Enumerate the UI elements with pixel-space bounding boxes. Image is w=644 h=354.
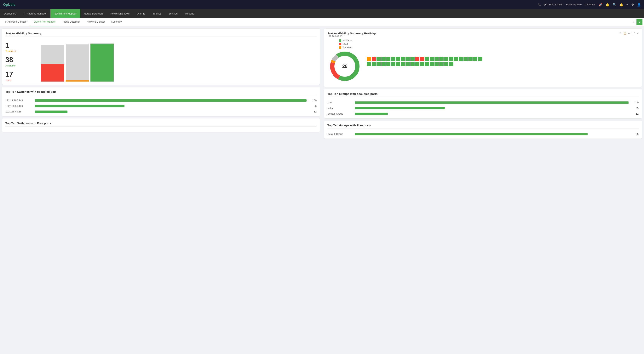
search-icon[interactable]: 🔍 <box>612 3 616 6</box>
cell-2-16[interactable] <box>439 62 444 66</box>
favorite-star[interactable]: ☆ <box>630 20 636 24</box>
edit-icon[interactable]: ✏ <box>628 32 630 35</box>
group-bar-default <box>355 113 388 115</box>
group-free-bar-wrap-default <box>355 133 628 135</box>
cell-2-3[interactable] <box>376 62 381 66</box>
cell-1-1[interactable] <box>367 57 371 61</box>
user-icon[interactable]: 👤 <box>637 3 641 6</box>
switch-bar-wrap-2 <box>35 105 306 107</box>
cell-2-13[interactable] <box>425 62 429 66</box>
cell-1-15[interactable] <box>434 57 439 61</box>
transient-count: 1 <box>6 42 36 49</box>
right-panel: Port Availability Summary HeatMap 192.16… <box>322 26 644 354</box>
cell-1-22[interactable] <box>468 57 472 61</box>
switch-bar-1 <box>35 99 306 102</box>
heatmap-content: Available Used Transient <box>328 39 638 84</box>
cell-1-5[interactable] <box>386 57 390 61</box>
cell-2-12[interactable] <box>420 62 424 66</box>
cell-2-1[interactable] <box>367 62 371 66</box>
subnav-ip-address-manager[interactable]: IP Address Manager <box>2 18 30 26</box>
group-val-default: 12 <box>631 112 638 115</box>
group-row-usa: USA 100 <box>328 101 638 104</box>
cell-1-6[interactable] <box>391 57 395 61</box>
cell-1-10[interactable] <box>410 57 414 61</box>
cell-1-3[interactable] <box>376 57 381 61</box>
subnav-switch-port-mapper[interactable]: Switch Port Mapper <box>30 18 58 26</box>
cell-2-6[interactable] <box>391 62 395 66</box>
bell-icon[interactable]: 🔔 <box>606 3 610 6</box>
refresh-icon[interactable]: ↻ <box>620 32 622 35</box>
legend-dot-transient <box>339 46 341 49</box>
nav-toolset[interactable]: Toolset <box>149 9 165 18</box>
switch-val-3: 12 <box>309 110 316 113</box>
heatmap-grid <box>367 57 638 66</box>
subnav-custom[interactable]: Custom ▾ <box>108 18 125 26</box>
close-icon[interactable]: ✕ <box>636 32 638 35</box>
topbar: OpUtils 📞 (+1) 888 720 9500 Request Demo… <box>0 0 644 9</box>
nav-ip-address-manager[interactable]: IP Address Manager <box>20 9 51 18</box>
cell-1-8[interactable] <box>401 57 405 61</box>
bar-2 <box>66 43 89 82</box>
subnav-rogue-detection[interactable]: Rogue Detection <box>58 18 84 26</box>
alert-icon[interactable]: 🔔 <box>620 3 623 6</box>
cell-2-18[interactable] <box>449 62 453 66</box>
nav-networking-tools[interactable]: Networking Tools <box>106 9 133 18</box>
bars-icon[interactable]: ≡ <box>626 3 628 6</box>
cell-2-15[interactable] <box>434 62 439 66</box>
cell-1-24[interactable] <box>478 57 482 61</box>
cell-1-4[interactable] <box>381 57 386 61</box>
cell-1-7[interactable] <box>396 57 400 61</box>
cell-1-11[interactable] <box>415 57 420 61</box>
group-bar-wrap-india <box>355 107 628 109</box>
heatmap-row-2 <box>367 62 638 66</box>
heatmap-row-1 <box>367 57 638 61</box>
legend-transient: Transient <box>339 46 352 49</box>
cell-1-12[interactable] <box>420 57 424 61</box>
cell-2-10[interactable] <box>410 62 414 66</box>
copy-icon[interactable]: 📋 <box>623 32 626 35</box>
cell-2-17[interactable] <box>444 62 448 66</box>
cell-1-20[interactable] <box>459 57 463 61</box>
cell-2-14[interactable] <box>430 62 434 66</box>
phone-number: (+1) 888 720 9500 <box>544 3 563 6</box>
cell-1-18[interactable] <box>449 57 453 61</box>
cell-2-4[interactable] <box>381 62 386 66</box>
switch-bar-2 <box>35 105 124 107</box>
bar-1 <box>41 43 64 82</box>
heatmap-subtitle: 192.168.49.18 <box>328 35 376 38</box>
cell-2-7[interactable] <box>396 62 400 66</box>
cell-1-13[interactable] <box>425 57 429 61</box>
cell-2-5[interactable] <box>386 62 390 66</box>
nav-reports[interactable]: Reports <box>182 9 198 18</box>
nav-switch-port-mapper[interactable]: Switch Port Mapper <box>50 9 80 18</box>
nav-dashboard[interactable]: Dashboard <box>0 9 20 18</box>
cell-1-16[interactable] <box>439 57 444 61</box>
cell-2-8[interactable] <box>401 62 405 66</box>
nav-alarms[interactable]: Alarms <box>133 9 149 18</box>
legend-label-available: Available <box>342 39 352 42</box>
get-quote-link[interactable]: Get Quote <box>585 3 595 6</box>
expand-icon[interactable]: ⛶ <box>632 32 635 35</box>
menu-icon[interactable]: ≡ <box>636 19 642 25</box>
cell-1-17[interactable] <box>444 57 448 61</box>
subnav-network-monitor[interactable]: Network Monitor <box>84 18 108 26</box>
settings-icon[interactable]: ⚙ <box>631 3 634 6</box>
chevron-down-icon: ▾ <box>120 20 122 23</box>
cell-1-14[interactable] <box>430 57 434 61</box>
group-free-row-default: Default Group 85 <box>328 132 638 136</box>
nav-rogue-detection[interactable]: Rogue Detection <box>80 9 107 18</box>
cell-1-21[interactable] <box>464 57 468 61</box>
cell-2-11[interactable] <box>415 62 420 66</box>
request-demo-link[interactable]: Request Demo <box>566 3 582 6</box>
cell-1-23[interactable] <box>473 57 478 61</box>
cell-1-19[interactable] <box>454 57 458 61</box>
rocket-icon: 🚀 <box>598 3 602 6</box>
cell-2-2[interactable] <box>372 62 376 66</box>
switch-bar-wrap-1 <box>35 99 306 102</box>
nav-settings[interactable]: Settings <box>165 9 182 18</box>
cell-2-9[interactable] <box>406 62 410 66</box>
group-name-default: Default Group <box>328 112 352 115</box>
cell-1-9[interactable] <box>406 57 410 61</box>
switch-ip-1: 172.21.197.248 <box>6 99 32 102</box>
cell-1-2[interactable] <box>372 57 376 61</box>
